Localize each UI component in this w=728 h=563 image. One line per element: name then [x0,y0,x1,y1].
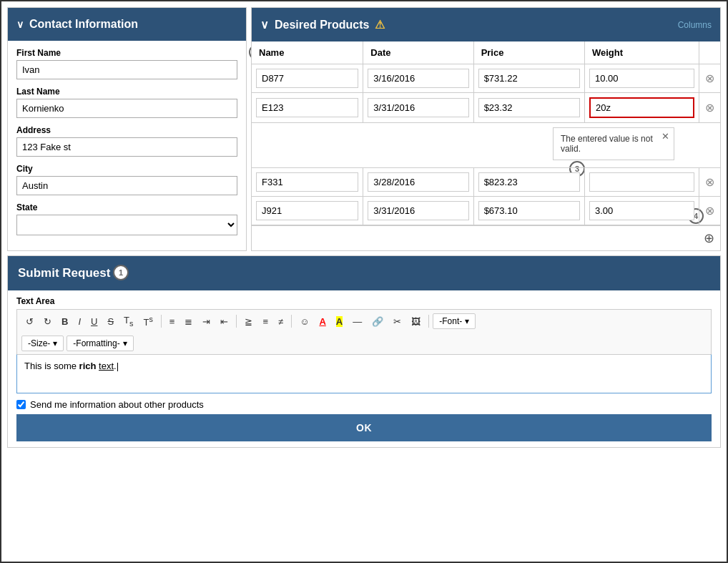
image-button[interactable]: 🖼 [407,314,425,329]
formatting-dropdown-label: -Formatting- [73,338,119,348]
unlink-button[interactable]: ✂ [389,314,405,329]
tooltip-close-button[interactable]: ✕ [661,131,669,142]
input-weight-4[interactable] [589,201,694,220]
table-row: ⊗ [252,93,720,123]
products-table: Name Date Price Weight [252,41,720,225]
ordered-list-button[interactable]: ≡ [165,314,179,329]
delete-row-2[interactable]: ⊗ [704,99,716,116]
input-name-2[interactable] [256,98,358,117]
input-weight-3[interactable] [589,172,694,192]
products-title: Desired Products [275,19,369,31]
formatting-dropdown[interactable]: -Formatting- ▾ [67,336,133,351]
col-header-action [699,41,721,64]
size-dropdown-label: -Size- [28,338,50,348]
undo-button[interactable]: ↺ [21,314,38,329]
cell-delete-4: ⊗ [699,197,721,225]
state-select[interactable]: TX CA [16,215,237,235]
city-input[interactable] [16,176,237,195]
ok-button[interactable]: OK [16,414,712,441]
address-group: Address [16,125,237,157]
delete-row-3[interactable]: ⊗ [704,174,716,190]
horizontal-rule-button[interactable]: — [348,314,366,329]
delete-row-4[interactable]: ⊗ [704,202,716,219]
link-button[interactable]: 🔗 [368,314,388,329]
validation-tooltip: ✕ The entered value is not valid. [553,127,674,160]
col-header-name: Name [252,41,363,64]
size-dropdown[interactable]: -Size- ▾ [21,336,64,351]
input-name-1[interactable] [256,69,358,88]
italic-button[interactable]: I [74,314,85,329]
contact-header: ∨ Contact Information [8,8,246,41]
first-name-input[interactable] [16,60,237,79]
city-group: City [16,164,237,195]
input-date-4[interactable] [368,201,468,220]
info-checkbox-label[interactable]: Send me information about other products [30,399,204,410]
checkbox-row: Send me information about other products [16,399,712,410]
toolbar-divider-1 [161,315,162,328]
last-name-group: Last Name [16,87,237,118]
font-dropdown-label: -Font- [439,316,462,326]
col-header-weight: Weight [584,41,699,64]
toolbar-divider-4 [428,315,429,328]
input-date-3[interactable] [368,172,468,192]
contact-body: First Name Last Name Address City State [8,41,246,250]
input-name-3[interactable] [256,172,358,192]
tooltip-cell: ✕ The entered value is not valid. [252,123,720,168]
rich-text-area[interactable]: This is some rich text.| [16,354,712,393]
emoji-button[interactable]: ☺ [295,314,313,329]
products-chevron[interactable]: ∨ [260,18,269,31]
indent-button[interactable]: ⇥ [198,314,215,329]
bold-button[interactable]: B [57,314,72,329]
city-label: City [16,164,237,174]
col-header-price: Price [473,41,584,64]
superscript-button[interactable]: Ts [139,313,157,330]
input-price-2[interactable] [478,98,580,117]
input-date-1[interactable] [368,69,468,88]
submit-body: Text Area ↺ ↻ B I U S Ts Ts ≡ ≣ ⇥ ⇤ ≧ ≡ … [8,290,720,447]
input-weight-2[interactable] [589,97,694,118]
cell-name-3 [252,168,363,197]
cell-delete-3: ⊗ [699,168,721,197]
toolbar-divider-3 [291,315,292,328]
input-price-3[interactable] [478,172,580,192]
align-left-button[interactable]: ≧ [240,314,257,329]
font-dropdown[interactable]: -Font- ▾ [433,313,476,329]
input-price-4[interactable] [478,201,580,220]
cell-price-1 [473,64,584,93]
rich-text-toolbar-row1: ↺ ↻ B I U S Ts Ts ≡ ≣ ⇥ ⇤ ≧ ≡ ≠ ☺ A A [16,309,712,333]
add-row-button[interactable]: ⊕ [704,230,714,246]
badge-1: 1 [113,265,129,280]
address-label: Address [16,125,237,135]
align-right-button[interactable]: ≠ [274,314,287,329]
contact-chevron[interactable]: ∨ [16,19,24,30]
underline-button[interactable]: U [87,314,102,329]
font-color-button[interactable]: A [315,314,330,329]
cell-weight-3 [584,168,699,197]
input-price-1[interactable] [478,69,580,88]
cell-weight-2 [584,93,699,123]
unordered-list-button[interactable]: ≣ [180,314,197,329]
outdent-button[interactable]: ⇤ [216,314,232,329]
delete-row-1[interactable]: ⊗ [704,70,716,87]
first-name-label: First Name [16,48,237,58]
columns-button[interactable]: Columns [678,20,712,30]
rich-text-toolbar-row2: -Size- ▾ -Formatting- ▾ [16,333,712,354]
input-date-2[interactable] [368,98,468,117]
last-name-input[interactable] [16,99,237,118]
cell-delete-1: ⊗ [699,64,721,93]
highlight-button[interactable]: A [332,314,347,329]
align-center-button[interactable]: ≡ [258,314,272,329]
subscript-button[interactable]: Ts [119,313,137,330]
input-name-4[interactable] [256,201,358,220]
input-weight-1[interactable] [589,69,694,88]
address-input[interactable] [16,137,237,157]
info-checkbox[interactable] [16,400,26,409]
cell-date-3 [363,168,473,197]
strikethrough-button[interactable]: S [103,314,118,329]
contact-title: Contact Information [29,18,138,31]
redo-button[interactable]: ↻ [39,314,56,329]
formatting-chevron-icon: ▾ [123,338,127,348]
cell-price-2 [473,93,584,123]
font-chevron-icon: ▾ [465,316,469,326]
last-name-label: Last Name [16,87,237,97]
